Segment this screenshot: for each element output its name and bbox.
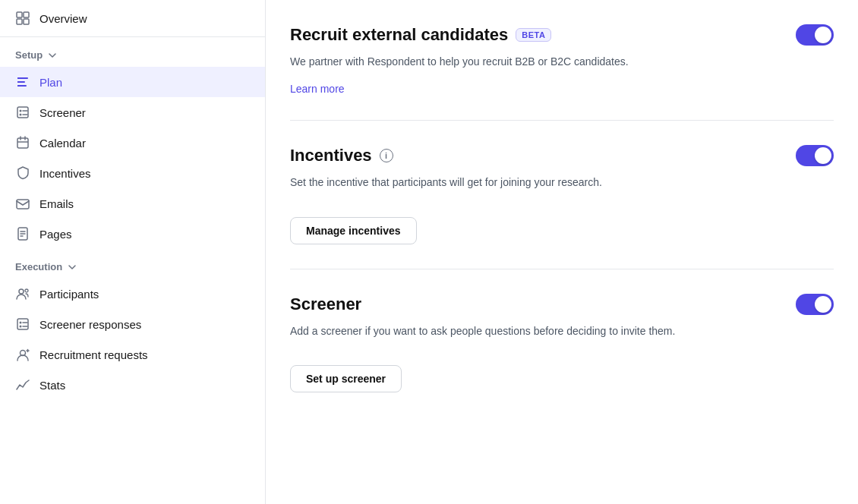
sidebar: Overview Setup Plan [0,0,266,504]
sidebar-item-label: Emails [39,197,74,210]
svg-point-24 [19,289,24,294]
incentives-description: Set the incentive that participants will… [290,174,822,191]
sidebar-item-screener-responses[interactable]: Screener responses [0,309,265,339]
incentives-title-group: Incentives i [290,146,393,165]
screener-section: Screener Add a screener if you want to a… [290,269,834,417]
setup-chevron-icon [47,50,58,61]
incentives-header: Incentives i [290,145,834,166]
screener-title: Screener [290,295,361,314]
sidebar-item-recruitment-requests[interactable]: Recruitment requests [0,339,265,370]
incentives-toggle[interactable] [796,145,834,166]
sidebar-item-label: Recruitment requests [39,348,148,361]
recruitment-icon [15,347,30,362]
svg-point-11 [20,110,22,112]
svg-point-28 [20,326,22,328]
pages-icon [15,226,30,241]
sidebar-item-stats[interactable]: Stats [0,370,265,400]
recruit-header: Recruit external candidates BETA [290,24,834,46]
sidebar-item-label: Overview [39,12,87,25]
sidebar-item-label: Plan [39,76,62,89]
setup-label: Setup [15,49,43,61]
screener-responses-icon [15,317,30,332]
recruit-title-group: Recruit external candidates BETA [290,25,551,45]
sidebar-item-label: Calendar [39,137,86,150]
email-icon [15,196,30,211]
svg-rect-7 [17,77,19,79]
main-content: Recruit external candidates BETA We part… [266,0,858,504]
svg-rect-10 [17,107,28,118]
screener-description: Add a screener if you want to ask people… [290,323,822,339]
sidebar-item-overview[interactable]: Overview [0,0,265,37]
execution-label: Execution [15,261,62,272]
incentives-info-icon[interactable]: i [380,149,393,162]
screener-header: Screener [290,294,834,315]
learn-more-link[interactable]: Learn more [290,83,345,95]
grid-icon [15,11,30,26]
svg-rect-15 [17,138,28,148]
sidebar-item-plan[interactable]: Plan [0,67,265,97]
screener-toggle[interactable] [796,294,834,315]
svg-rect-19 [17,200,29,209]
list-icon [15,74,30,90]
svg-rect-0 [17,12,22,17]
sidebar-item-label: Screener responses [39,318,141,331]
recruit-description: We partner with Respondent to help you r… [290,53,822,70]
svg-rect-4 [17,77,28,79]
svg-rect-26 [17,319,28,329]
svg-rect-3 [24,19,29,24]
svg-rect-9 [17,85,19,87]
manage-incentives-button[interactable]: Manage incentives [290,217,417,244]
sidebar-item-label: Stats [39,379,65,392]
execution-chevron-icon [67,262,77,272]
incentives-section: Incentives i Set the incentive that part… [290,121,834,269]
setup-section-header: Setup [0,37,265,67]
svg-point-27 [20,322,22,324]
svg-point-25 [25,289,28,292]
set-up-screener-button[interactable]: Set up screener [290,365,402,392]
recruit-section: Recruit external candidates BETA We part… [290,0,834,121]
sidebar-item-screener[interactable]: Screener [0,97,265,128]
sidebar-item-emails[interactable]: Emails [0,188,265,219]
recruit-toggle-slider [796,24,834,46]
sidebar-item-label: Participants [39,288,99,301]
svg-rect-2 [17,19,22,24]
sidebar-item-participants[interactable]: Participants [0,279,265,309]
recruit-toggle[interactable] [796,24,834,46]
svg-point-12 [20,114,22,116]
screener-toggle-slider [796,294,834,315]
participants-icon [15,286,30,301]
recruit-title: Recruit external candidates [290,25,508,45]
shield-icon [15,165,30,181]
incentives-toggle-slider [796,145,834,166]
calendar-icon [15,135,30,150]
execution-section-header: Execution [0,249,265,279]
screener-icon [15,105,30,120]
svg-rect-1 [24,12,29,17]
incentives-title: Incentives [290,146,372,165]
screener-title-group: Screener [290,295,361,314]
sidebar-item-label: Screener [39,106,86,119]
sidebar-item-label: Pages [39,228,72,241]
sidebar-item-pages[interactable]: Pages [0,219,265,249]
sidebar-item-label: Incentives [39,167,91,180]
beta-badge: BETA [516,28,551,42]
sidebar-item-incentives[interactable]: Incentives [0,158,265,188]
stats-icon [15,377,30,392]
svg-rect-8 [17,81,19,83]
sidebar-item-calendar[interactable]: Calendar [0,128,265,158]
